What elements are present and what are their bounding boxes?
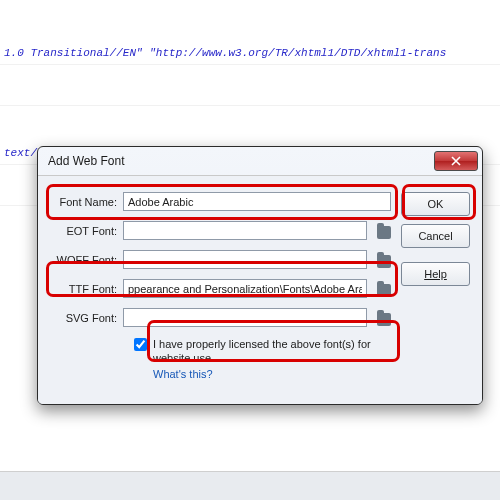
dialog-title: Add Web Font (48, 154, 434, 168)
label-ttf: TTF Font: (50, 283, 117, 295)
folder-icon[interactable] (375, 310, 391, 326)
dialog-buttons: OK Cancel Help (401, 192, 470, 382)
folder-icon[interactable] (375, 281, 391, 297)
ok-button[interactable]: OK (401, 192, 470, 216)
help-button[interactable]: Help (401, 262, 470, 286)
whats-this-link[interactable]: What's this? (153, 368, 391, 380)
ttf-font-input[interactable] (123, 279, 367, 298)
cancel-button[interactable]: Cancel (401, 224, 470, 248)
license-section: I have properly licensed the above font(… (134, 337, 391, 380)
row-eot: EOT Font: (50, 221, 391, 240)
row-ttf: TTF Font: (50, 279, 391, 298)
folder-icon[interactable] (375, 252, 391, 268)
eot-font-input[interactable] (123, 221, 367, 240)
woff-font-input[interactable] (123, 250, 367, 269)
folder-icon[interactable] (375, 223, 391, 239)
add-web-font-dialog: Add Web Font Font Name: EOT Font: WOFF F… (37, 146, 483, 405)
close-icon (451, 156, 461, 166)
license-checkbox[interactable] (134, 338, 147, 351)
close-button[interactable] (434, 151, 478, 171)
label-svg: SVG Font: (50, 312, 117, 324)
font-name-input[interactable] (123, 192, 391, 211)
label-eot: EOT Font: (50, 225, 117, 237)
editor-statusbar (0, 472, 500, 500)
license-text: I have properly licensed the above font(… (153, 337, 391, 365)
label-font-name: Font Name: (50, 196, 117, 208)
svg-font-input[interactable] (123, 308, 367, 327)
label-woff: WOFF Font: (50, 254, 117, 266)
row-svg: SVG Font: (50, 308, 391, 327)
row-font-name: Font Name: (50, 192, 391, 211)
code-line: 1.0 Transitional//EN" "http://www.w3.org… (0, 42, 500, 65)
license-checkbox-label[interactable]: I have properly licensed the above font(… (134, 337, 391, 365)
code-line (0, 101, 500, 106)
row-woff: WOFF Font: (50, 250, 391, 269)
dialog-body: Font Name: EOT Font: WOFF Font: TTF Font… (38, 175, 482, 404)
fields-column: Font Name: EOT Font: WOFF Font: TTF Font… (50, 192, 391, 382)
dialog-titlebar[interactable]: Add Web Font (38, 147, 482, 175)
